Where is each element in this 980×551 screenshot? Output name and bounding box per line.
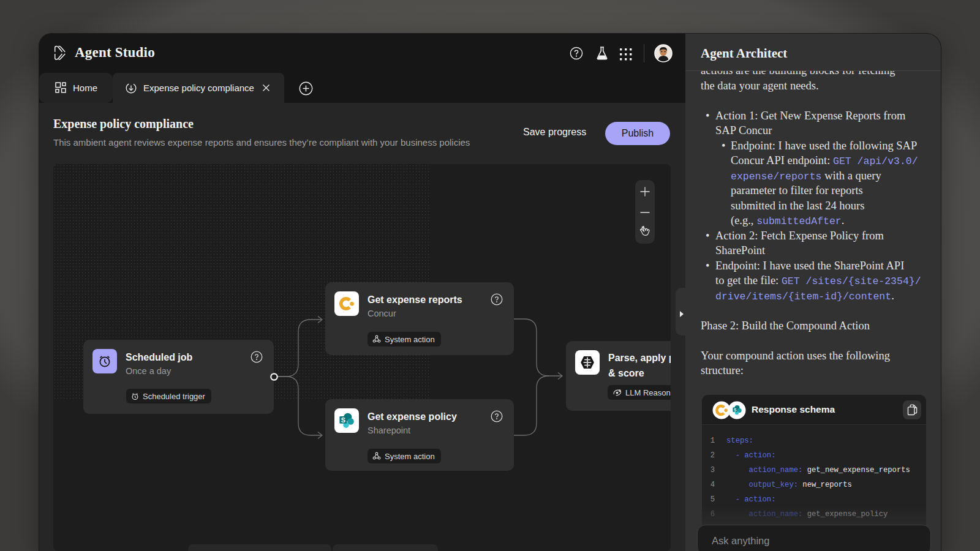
svg-text:S: S — [341, 416, 345, 424]
svg-text:S: S — [734, 408, 737, 412]
